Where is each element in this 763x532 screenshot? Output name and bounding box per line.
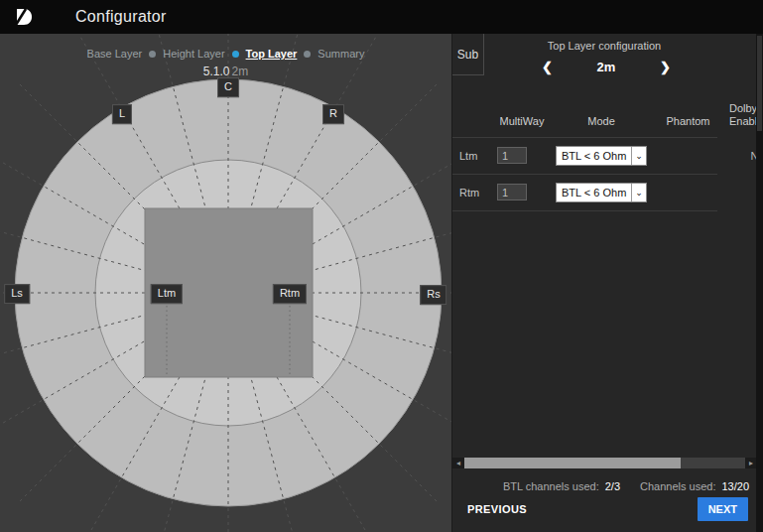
scrollbar-track[interactable] (464, 458, 745, 468)
vertical-scrollbar[interactable] (756, 34, 763, 532)
configuration-label: 5.1.02m (0, 65, 451, 78)
table-row-rtm: Rtm BTL < 6 Ohm ⌄ (452, 174, 756, 210)
tab-dot-icon (304, 51, 311, 58)
column-mode: Mode (552, 115, 651, 129)
speaker-label-ls: Ls (4, 284, 30, 304)
speaker-config-value: 5.1.0 (203, 65, 230, 78)
tab-dot-icon (149, 51, 156, 58)
column-phantom: Phantom (651, 115, 725, 129)
mode-select-ltm[interactable]: BTL < 6 Ohm ⌄ (556, 146, 647, 166)
row-name: Rtm (452, 187, 492, 199)
multiway-input-ltm[interactable] (497, 147, 527, 164)
mode-select-value: BTL < 6 Ohm (557, 150, 631, 162)
page-title: Configurator (75, 8, 167, 26)
active-tab-dot-icon (232, 51, 239, 58)
chevron-right-icon[interactable]: ❯ (660, 61, 671, 73)
btl-channels-value: 2/3 (605, 480, 620, 492)
distance-stepper-value: 2m (597, 60, 616, 74)
column-multiway: MultiWay (492, 115, 552, 129)
btl-channels-label: BTL channels used: (503, 480, 599, 492)
previous-button[interactable]: PREVIOUS (467, 503, 527, 515)
distance-stepper: ❮ 2m ❯ (542, 56, 671, 77)
multiway-input-rtm[interactable] (497, 184, 527, 200)
row-name: Ltm (452, 150, 492, 162)
speaker-label-r: R (322, 104, 344, 124)
speaker-label-rs: Rs (420, 285, 446, 305)
tab-base-layer[interactable]: Base Layer (87, 48, 143, 60)
tab-top-layer[interactable]: Top Layer (246, 48, 298, 60)
horizontal-scrollbar: ◂ ▸ (452, 458, 756, 468)
speaker-label-rtm: Rtm (273, 284, 307, 304)
speaker-layout-diagram (0, 34, 451, 532)
top-bar: Configurator (0, 0, 763, 34)
next-button[interactable]: NEXT (698, 497, 748, 521)
divider (452, 210, 717, 211)
vertical-scrollbar-thumb[interactable] (757, 36, 762, 131)
chevron-left-icon[interactable]: ❮ (542, 61, 553, 73)
speaker-label-l: L (112, 104, 132, 124)
dolby-enable-value: No (725, 150, 756, 162)
channels-used-value: 13/20 (721, 480, 749, 492)
speaker-label-ltm: Ltm (151, 284, 183, 304)
channel-status-bar: BTL channels used: 2/3 Channels used: 13… (452, 478, 756, 494)
chevron-down-icon: ⌄ (631, 147, 646, 165)
app-logo-icon (14, 7, 34, 27)
scroll-left-icon[interactable]: ◂ (452, 458, 464, 468)
channels-used-label: Channels used: (640, 480, 715, 492)
distance-value: 2m (232, 65, 249, 78)
table-row-ltm: Ltm BTL < 6 Ohm ⌄ No (452, 137, 756, 174)
mode-select-value: BTL < 6 Ohm (557, 187, 631, 199)
panel-title: Top Layer configuration (452, 40, 756, 52)
scroll-right-icon[interactable]: ▸ (745, 458, 756, 468)
layer-tabs: Base Layer Height Layer Top Layer Summar… (0, 48, 451, 60)
tab-height-layer[interactable]: Height Layer (163, 48, 224, 60)
speaker-layout-panel: Base Layer Height Layer Top Layer Summar… (0, 34, 451, 532)
table-header: MultiWay Mode Phantom Dolby Enable (452, 95, 756, 137)
chevron-down-icon: ⌄ (631, 184, 646, 201)
mode-select-rtm[interactable]: BTL < 6 Ohm ⌄ (556, 183, 647, 202)
tab-summary[interactable]: Summary (318, 48, 364, 60)
speaker-label-c: C (217, 77, 239, 97)
scrollbar-thumb[interactable] (464, 458, 681, 468)
column-dolby-enable: Dolby Enable (725, 102, 756, 130)
wizard-footer: PREVIOUS NEXT (452, 494, 756, 524)
configuration-panel: Sub Top Layer configuration ❮ 2m ❯ Multi… (451, 34, 756, 532)
